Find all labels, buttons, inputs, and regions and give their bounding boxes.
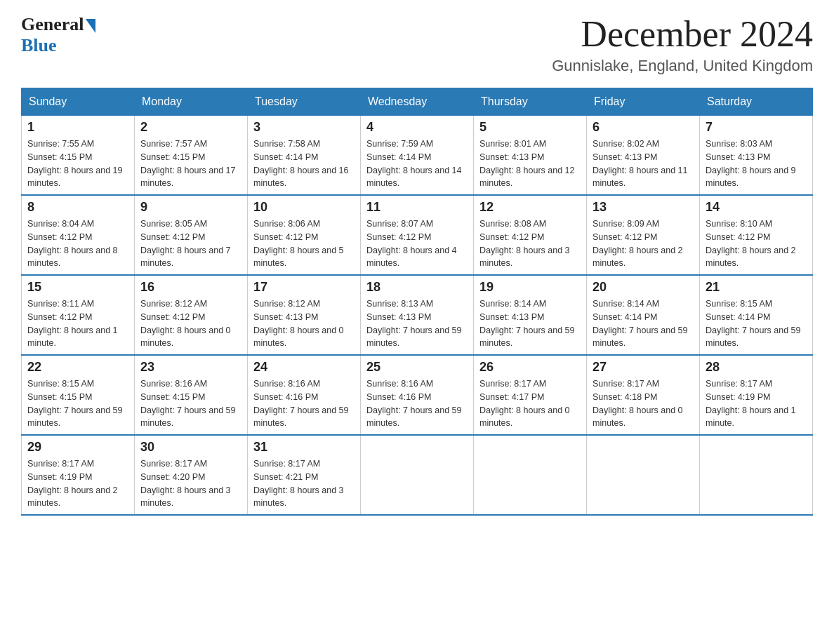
calendar-cell: 16Sunrise: 8:12 AMSunset: 4:12 PMDayligh…	[135, 275, 248, 355]
logo-triangle-icon	[86, 19, 95, 33]
calendar-cell: 17Sunrise: 8:12 AMSunset: 4:13 PMDayligh…	[248, 275, 361, 355]
calendar-cell: 29Sunrise: 8:17 AMSunset: 4:19 PMDayligh…	[22, 435, 135, 515]
day-number: 13	[593, 200, 694, 215]
day-info: Sunrise: 8:17 AMSunset: 4:21 PMDaylight:…	[253, 457, 355, 510]
day-number: 27	[593, 360, 694, 375]
day-number: 29	[27, 440, 128, 455]
calendar-cell	[474, 435, 587, 515]
day-info: Sunrise: 8:09 AMSunset: 4:12 PMDaylight:…	[593, 217, 694, 270]
day-number: 8	[27, 200, 128, 215]
calendar-cell: 8Sunrise: 8:04 AMSunset: 4:12 PMDaylight…	[22, 195, 135, 275]
day-number: 25	[366, 360, 468, 375]
page-header: General Blue December 2024 Gunnislake, E…	[21, 14, 813, 75]
calendar-cell: 6Sunrise: 8:02 AMSunset: 4:13 PMDaylight…	[587, 116, 700, 196]
calendar-cell: 9Sunrise: 8:05 AMSunset: 4:12 PMDaylight…	[135, 195, 248, 275]
day-number: 28	[706, 360, 807, 375]
calendar-cell: 23Sunrise: 8:16 AMSunset: 4:15 PMDayligh…	[135, 355, 248, 435]
calendar-cell: 31Sunrise: 8:17 AMSunset: 4:21 PMDayligh…	[248, 435, 361, 515]
day-number: 7	[706, 120, 807, 135]
day-info: Sunrise: 8:15 AMSunset: 4:14 PMDaylight:…	[706, 297, 807, 350]
day-number: 9	[140, 200, 241, 215]
day-number: 16	[140, 280, 241, 295]
day-number: 11	[366, 200, 468, 215]
day-number: 18	[366, 280, 468, 295]
day-info: Sunrise: 8:02 AMSunset: 4:13 PMDaylight:…	[593, 137, 694, 190]
column-header-wednesday: Wednesday	[361, 88, 474, 116]
month-title: December 2024	[552, 14, 813, 54]
logo-blue-text: Blue	[21, 35, 95, 56]
day-number: 2	[140, 120, 241, 135]
day-number: 10	[253, 200, 355, 215]
day-info: Sunrise: 8:16 AMSunset: 4:15 PMDaylight:…	[140, 377, 241, 430]
calendar-cell	[361, 435, 474, 515]
day-info: Sunrise: 8:14 AMSunset: 4:14 PMDaylight:…	[593, 297, 694, 350]
calendar-cell: 30Sunrise: 8:17 AMSunset: 4:20 PMDayligh…	[135, 435, 248, 515]
day-info: Sunrise: 8:16 AMSunset: 4:16 PMDaylight:…	[253, 377, 355, 430]
calendar-cell: 5Sunrise: 8:01 AMSunset: 4:13 PMDaylight…	[474, 116, 587, 196]
calendar-cell: 18Sunrise: 8:13 AMSunset: 4:13 PMDayligh…	[361, 275, 474, 355]
day-number: 30	[140, 440, 241, 455]
calendar-cell: 14Sunrise: 8:10 AMSunset: 4:12 PMDayligh…	[700, 195, 813, 275]
day-info: Sunrise: 7:57 AMSunset: 4:15 PMDaylight:…	[140, 137, 241, 190]
column-header-friday: Friday	[587, 88, 700, 116]
calendar-week-row: 15Sunrise: 8:11 AMSunset: 4:12 PMDayligh…	[22, 275, 813, 355]
column-header-thursday: Thursday	[474, 88, 587, 116]
location-title: Gunnislake, England, United Kingdom	[552, 57, 813, 75]
day-info: Sunrise: 8:04 AMSunset: 4:12 PMDaylight:…	[27, 217, 128, 270]
column-header-monday: Monday	[135, 88, 248, 116]
day-info: Sunrise: 8:17 AMSunset: 4:17 PMDaylight:…	[479, 377, 581, 430]
day-info: Sunrise: 8:13 AMSunset: 4:13 PMDaylight:…	[366, 297, 468, 350]
day-number: 26	[479, 360, 581, 375]
calendar-cell: 15Sunrise: 8:11 AMSunset: 4:12 PMDayligh…	[22, 275, 135, 355]
day-number: 14	[706, 200, 807, 215]
calendar-cell: 10Sunrise: 8:06 AMSunset: 4:12 PMDayligh…	[248, 195, 361, 275]
day-info: Sunrise: 7:59 AMSunset: 4:14 PMDaylight:…	[366, 137, 468, 190]
day-number: 22	[27, 360, 128, 375]
day-info: Sunrise: 8:12 AMSunset: 4:12 PMDaylight:…	[140, 297, 241, 350]
day-number: 4	[366, 120, 468, 135]
column-header-saturday: Saturday	[700, 88, 813, 116]
day-info: Sunrise: 8:16 AMSunset: 4:16 PMDaylight:…	[366, 377, 468, 430]
day-info: Sunrise: 8:17 AMSunset: 4:19 PMDaylight:…	[706, 377, 807, 430]
calendar-cell: 4Sunrise: 7:59 AMSunset: 4:14 PMDaylight…	[361, 116, 474, 196]
day-number: 1	[27, 120, 128, 135]
column-header-tuesday: Tuesday	[248, 88, 361, 116]
day-number: 19	[479, 280, 581, 295]
calendar-cell: 24Sunrise: 8:16 AMSunset: 4:16 PMDayligh…	[248, 355, 361, 435]
column-header-sunday: Sunday	[22, 88, 135, 116]
calendar-cell: 26Sunrise: 8:17 AMSunset: 4:17 PMDayligh…	[474, 355, 587, 435]
day-number: 20	[593, 280, 694, 295]
calendar-cell: 7Sunrise: 8:03 AMSunset: 4:13 PMDaylight…	[700, 116, 813, 196]
calendar-week-row: 8Sunrise: 8:04 AMSunset: 4:12 PMDaylight…	[22, 195, 813, 275]
day-number: 12	[479, 200, 581, 215]
calendar-cell: 2Sunrise: 7:57 AMSunset: 4:15 PMDaylight…	[135, 116, 248, 196]
day-number: 17	[253, 280, 355, 295]
calendar-week-row: 1Sunrise: 7:55 AMSunset: 4:15 PMDaylight…	[22, 116, 813, 196]
logo: General Blue	[21, 14, 95, 56]
day-info: Sunrise: 8:10 AMSunset: 4:12 PMDaylight:…	[706, 217, 807, 270]
calendar-cell: 1Sunrise: 7:55 AMSunset: 4:15 PMDaylight…	[22, 116, 135, 196]
calendar-header-row: SundayMondayTuesdayWednesdayThursdayFrid…	[22, 88, 813, 116]
calendar-cell: 19Sunrise: 8:14 AMSunset: 4:13 PMDayligh…	[474, 275, 587, 355]
calendar-cell	[587, 435, 700, 515]
day-number: 24	[253, 360, 355, 375]
logo-general-text: General	[21, 14, 84, 35]
day-number: 5	[479, 120, 581, 135]
calendar-cell	[700, 435, 813, 515]
day-info: Sunrise: 8:12 AMSunset: 4:13 PMDaylight:…	[253, 297, 355, 350]
calendar-cell: 3Sunrise: 7:58 AMSunset: 4:14 PMDaylight…	[248, 116, 361, 196]
day-number: 23	[140, 360, 241, 375]
calendar-week-row: 29Sunrise: 8:17 AMSunset: 4:19 PMDayligh…	[22, 435, 813, 515]
day-number: 15	[27, 280, 128, 295]
day-number: 31	[253, 440, 355, 455]
calendar-cell: 21Sunrise: 8:15 AMSunset: 4:14 PMDayligh…	[700, 275, 813, 355]
day-info: Sunrise: 8:11 AMSunset: 4:12 PMDaylight:…	[27, 297, 128, 350]
day-info: Sunrise: 8:14 AMSunset: 4:13 PMDaylight:…	[479, 297, 581, 350]
calendar-cell: 27Sunrise: 8:17 AMSunset: 4:18 PMDayligh…	[587, 355, 700, 435]
title-section: December 2024 Gunnislake, England, Unite…	[552, 14, 813, 75]
calendar-cell: 13Sunrise: 8:09 AMSunset: 4:12 PMDayligh…	[587, 195, 700, 275]
calendar-cell: 28Sunrise: 8:17 AMSunset: 4:19 PMDayligh…	[700, 355, 813, 435]
day-info: Sunrise: 7:55 AMSunset: 4:15 PMDaylight:…	[27, 137, 128, 190]
day-info: Sunrise: 7:58 AMSunset: 4:14 PMDaylight:…	[253, 137, 355, 190]
day-info: Sunrise: 8:05 AMSunset: 4:12 PMDaylight:…	[140, 217, 241, 270]
